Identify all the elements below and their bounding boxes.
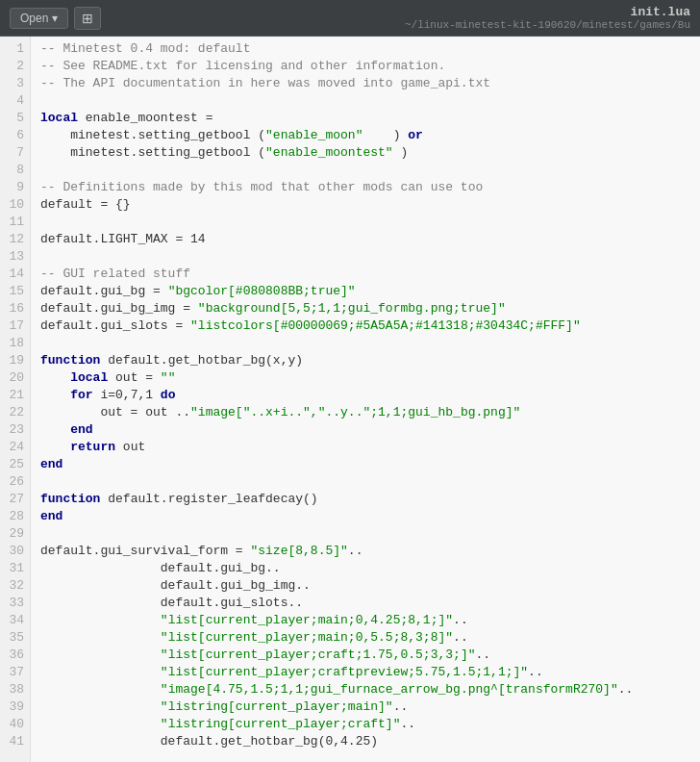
- code-line: out = out .."image["..x+i..","..y..";1,1…: [40, 404, 700, 421]
- line-number: 32: [0, 577, 30, 595]
- code-line: -- Minetest 0.4 mod: default: [40, 40, 700, 58]
- line-number: 19: [0, 352, 30, 369]
- line-number: 26: [0, 473, 30, 491]
- token: ..: [453, 629, 468, 647]
- file-path: ~/linux-minetest-kit-190620/minetest/gam…: [405, 19, 690, 31]
- line-number: 6: [0, 127, 30, 144]
- token: function: [40, 352, 100, 369]
- token: ..: [348, 543, 363, 560]
- token: [40, 612, 161, 629]
- token: default.gui_bg_img =: [40, 300, 198, 318]
- line-number: 39: [0, 698, 30, 716]
- code-content[interactable]: -- Minetest 0.4 mod: default-- See READM…: [31, 37, 700, 762]
- code-line: function default.register_leafdecay(): [40, 491, 700, 508]
- code-line: "listring[current_player;craft]"..: [40, 716, 700, 733]
- code-line: default.gui_survival_form = "size[8,8.5]…: [40, 543, 700, 560]
- line-number: 11: [0, 214, 30, 231]
- line-number: 20: [0, 369, 30, 387]
- line-number: 29: [0, 525, 30, 543]
- token: default.register_leafdecay(): [100, 491, 317, 508]
- line-number: 31: [0, 560, 30, 577]
- token: default.get_hotbar_bg(x,y): [100, 352, 303, 369]
- code-line: minetest.setting_getbool ("enable_moon" …: [40, 127, 700, 144]
- token: end: [40, 456, 62, 473]
- line-number: 14: [0, 266, 30, 283]
- token: "enable_moon": [265, 127, 362, 144]
- line-number: 27: [0, 491, 30, 508]
- token: -- Definitions made by this mod that oth…: [40, 179, 483, 196]
- token: out =: [108, 369, 161, 387]
- token: "enable_moontest": [265, 144, 393, 162]
- token: minetest.setting_getbool (: [40, 144, 265, 162]
- line-number: 40: [0, 716, 30, 733]
- open-dropdown-icon: ▾: [52, 12, 58, 25]
- token: "list[current_player;craft;1.75,0.5;3,3;…: [161, 647, 476, 664]
- code-line: local out = "": [40, 369, 700, 387]
- code-line: default.gui_slots..: [40, 595, 700, 612]
- code-line: default.gui_bg_img..: [40, 577, 700, 595]
- token: [40, 387, 70, 404]
- code-line: end: [40, 456, 700, 473]
- token: [40, 716, 161, 733]
- token: or: [408, 127, 423, 144]
- token: [40, 421, 70, 439]
- title-bar-right: init.lua ~/linux-minetest-kit-190620/min…: [405, 5, 690, 31]
- token: "listring[current_player;craft]": [161, 716, 401, 733]
- open-label: Open: [20, 12, 48, 25]
- token: "": [161, 369, 176, 387]
- line-number: 13: [0, 248, 30, 266]
- editor-area: 1234567891011121314151617181920212223242…: [0, 37, 700, 762]
- token: enable_moontest =: [78, 110, 212, 127]
- title-bar: Open ▾ ⊞ init.lua ~/linux-minetest-kit-1…: [0, 0, 700, 37]
- code-line: [40, 473, 700, 491]
- line-number: 3: [0, 75, 30, 92]
- code-line: [40, 214, 700, 231]
- token: ..: [475, 647, 490, 664]
- token: end: [40, 508, 62, 525]
- code-line: "image[4.75,1.5;1,1;gui_furnace_arrow_bg…: [40, 681, 700, 698]
- token: for: [70, 387, 92, 404]
- token: ..: [528, 664, 543, 681]
- line-number: 5: [0, 110, 30, 127]
- code-line: [40, 162, 700, 179]
- token: [40, 698, 161, 716]
- code-line: -- See README.txt for licensing and othe…: [40, 58, 700, 75]
- token: default.gui_bg_img..: [40, 577, 311, 595]
- token: out: [115, 439, 145, 456]
- token: default.gui_slots =: [40, 318, 190, 335]
- code-line: return out: [40, 439, 700, 456]
- token: default.get_hotbar_bg(0,4.25): [40, 733, 378, 750]
- line-numbers: 1234567891011121314151617181920212223242…: [0, 37, 31, 762]
- token: return: [70, 439, 115, 456]
- token: "list[current_player;craftpreview;5.75,1…: [161, 664, 528, 681]
- token: "list[current_player;main;0,5.5;8,3;8]": [161, 629, 453, 647]
- line-number: 17: [0, 318, 30, 335]
- code-line: "listring[current_player;main]"..: [40, 698, 700, 716]
- token: default = {}: [40, 196, 131, 214]
- code-line: end: [40, 421, 700, 439]
- token: out = out ..: [40, 404, 190, 421]
- code-line: "list[current_player;craftpreview;5.75,1…: [40, 664, 700, 681]
- code-line: end: [40, 508, 700, 525]
- open-button[interactable]: Open ▾: [10, 8, 68, 29]
- line-number: 35: [0, 629, 30, 647]
- token: [40, 647, 161, 664]
- line-number: 33: [0, 595, 30, 612]
- token: ..: [618, 681, 634, 698]
- code-line: default.gui_bg = "bgcolor[#080808BB;true…: [40, 283, 700, 300]
- code-line: default.gui_slots = "listcolors[#0000006…: [40, 318, 700, 335]
- token: default.gui_slots..: [40, 595, 303, 612]
- token: [40, 629, 161, 647]
- line-number: 9: [0, 179, 30, 196]
- line-number: 38: [0, 681, 30, 698]
- token: ): [362, 127, 408, 144]
- code-line: default = {}: [40, 196, 700, 214]
- new-tab-button[interactable]: ⊞: [74, 7, 101, 30]
- code-line: [40, 335, 700, 352]
- code-line: default.gui_bg_img = "background[5,5;1,1…: [40, 300, 700, 318]
- code-line: for i=0,7,1 do: [40, 387, 700, 404]
- line-number: 37: [0, 664, 30, 681]
- line-number: 25: [0, 456, 30, 473]
- token: -- Minetest 0.4 mod: default: [40, 40, 250, 58]
- token: -- GUI related stuff: [40, 266, 190, 283]
